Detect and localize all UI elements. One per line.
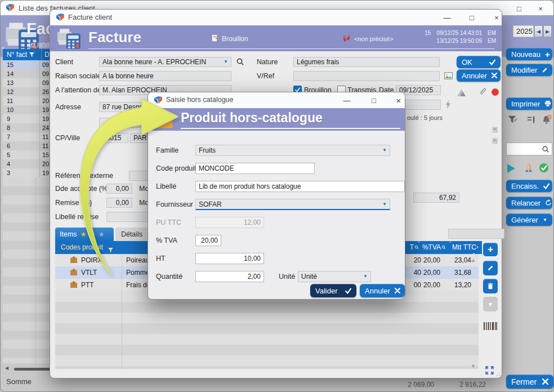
client-field[interactable]: Ala bonne heure - A. EPROCHEIN▼ <box>99 57 231 67</box>
chevron-down-icon[interactable]: ▼ <box>382 202 387 207</box>
barcode-icon[interactable] <box>484 322 497 333</box>
filter-funnel-icon[interactable] <box>29 52 34 57</box>
client-search-icon[interactable] <box>236 57 244 68</box>
hscroll-left-arrow-icon[interactable]: ◀ <box>5 366 8 371</box>
resize-grip[interactable] <box>494 371 500 376</box>
vref-field[interactable] <box>293 71 440 81</box>
invoice-header-band: Facture Brouillon <non précisé> 1509/12/… <box>50 25 502 51</box>
list-item[interactable]: 420 <box>3 159 57 168</box>
bell-icon[interactable] <box>541 114 552 127</box>
invoice-list-header[interactable]: N° fact D <box>3 49 57 60</box>
resize-grip[interactable] <box>546 384 552 390</box>
year-prev-button[interactable]: ◀ <box>534 25 543 37</box>
fournisseur-select[interactable]: SOFAR▼ <box>195 199 390 210</box>
validated-check-icon[interactable] <box>539 163 549 175</box>
nature-field[interactable]: Légumes frais <box>293 57 440 67</box>
dialog-title: Saisie hors catalogue <box>166 96 234 104</box>
filter-edit-icon[interactable] <box>507 114 518 127</box>
list-item[interactable]: 919 <box>3 114 57 123</box>
note-icon[interactable] <box>491 126 499 136</box>
chevron-down-icon[interactable]: ▼ <box>382 148 387 153</box>
dialog-close-button[interactable]: × <box>389 95 408 106</box>
pu-ttc-label: PU TTC <box>156 219 181 226</box>
year-next-button[interactable]: ▶ <box>543 25 552 37</box>
chevron-down-icon[interactable]: ▼ <box>363 274 368 279</box>
dialog-heading-underline <box>181 128 400 129</box>
tab-items[interactable]: Items ★ ★ ★ <box>55 228 114 241</box>
code-produit-field[interactable]: MONCODE <box>195 163 315 174</box>
list-item[interactable]: 1019 <box>3 105 57 114</box>
valider-button[interactable]: Valider <box>310 284 356 297</box>
invoice-minimize-button[interactable]: — <box>437 12 457 23</box>
list-item[interactable]: 319 <box>3 168 57 177</box>
acompte-field[interactable]: 0,00 <box>106 184 132 194</box>
table-filter-field[interactable] <box>448 229 504 239</box>
remise-field[interactable]: 0,00 <box>106 198 132 208</box>
add-item-button[interactable]: + <box>483 243 498 256</box>
raison-sociale-field[interactable]: A la bonne heure <box>99 71 231 81</box>
list-item[interactable]: 711 <box>3 132 57 141</box>
unite-select[interactable]: Unité▼ <box>298 271 371 282</box>
famille-select[interactable]: Fruits▼ <box>195 145 390 156</box>
resize-grip[interactable] <box>397 292 403 297</box>
paperclip-icon[interactable] <box>478 87 488 99</box>
status-badge: Brouillon <box>222 35 248 43</box>
libelle-field[interactable]: Lib de mon produit hors catalogue <box>195 181 405 192</box>
imprimer-button[interactable]: Imprimer <box>506 97 552 110</box>
ok-button[interactable]: OK <box>457 56 501 68</box>
outer-page-subtitle[interactable]: 1er janvie <box>28 41 52 47</box>
annuler-button[interactable]: Annuler <box>457 69 501 82</box>
move-down-button[interactable]: ▼ <box>483 297 498 311</box>
header-more-chevron-icon[interactable]: › <box>476 243 479 250</box>
outer-close-button[interactable]: × <box>531 3 550 14</box>
list-item[interactable]: 824 <box>3 123 57 132</box>
praying-hands-icon[interactable] <box>523 162 534 176</box>
record-dot-icon[interactable] <box>492 88 499 96</box>
generer-button[interactable]: Générer▼ <box>506 213 552 226</box>
quantite-field[interactable]: 2,00 <box>195 271 264 282</box>
codes-produit-header[interactable]: Codes produit <box>61 243 103 251</box>
list-item[interactable]: 611 <box>3 141 57 150</box>
scroll-up-icon[interactable]: ▲ <box>471 257 476 263</box>
edit-item-button[interactable] <box>483 261 498 275</box>
modifier-button[interactable]: Modifier <box>506 64 552 76</box>
vref-label: V/Ref <box>257 72 274 80</box>
invoice-rows: 1509 1409 1309 1226 1120 1019 919 824 71… <box>3 60 57 177</box>
relancer-button[interactable]: Relancer <box>506 197 552 209</box>
outer-maximize-button[interactable]: □ <box>510 3 529 14</box>
check-icon <box>345 288 351 294</box>
ht-field[interactable]: 10,00 <box>195 253 264 264</box>
chevron-down-icon[interactable]: ▼ <box>224 60 228 64</box>
lightning-icon <box>445 100 451 112</box>
list-item[interactable]: 515 <box>3 150 57 159</box>
play-icon[interactable] <box>507 164 515 173</box>
delete-item-button[interactable] <box>483 279 498 293</box>
invoice-maximize-button[interactable]: □ <box>462 12 481 23</box>
year-field[interactable]: 2025 <box>513 25 534 37</box>
list-item[interactable]: 1509 <box>3 60 57 69</box>
list-item[interactable]: 1409 <box>3 69 57 78</box>
tab-details[interactable]: Détails <box>115 228 148 241</box>
scroll-down-icon[interactable]: ▼ <box>471 363 476 369</box>
col-tva-header[interactable]: %TVA <box>420 243 446 251</box>
area-fill-icon[interactable] <box>457 88 466 99</box>
invoice-close-button[interactable]: × <box>487 12 506 23</box>
list-item[interactable]: 1226 <box>3 87 57 96</box>
note-icon[interactable] <box>491 137 499 148</box>
list-edit-icon[interactable] <box>526 115 537 127</box>
search-box[interactable] <box>506 142 552 155</box>
list-item[interactable]: 1309 <box>3 78 57 87</box>
expand-icon[interactable] <box>485 366 494 377</box>
dialog-maximize-button[interactable]: □ <box>364 95 383 106</box>
cp-field[interactable]: 75015 <box>99 133 128 143</box>
empty-rows-stripes <box>3 177 57 363</box>
dialog-minimize-button[interactable]: — <box>337 95 356 106</box>
unite-label: Unité <box>279 273 295 280</box>
list-item[interactable]: 1120 <box>3 96 57 105</box>
nouveau-button[interactable]: Nouveau+ <box>506 48 552 60</box>
image-icon[interactable] <box>444 72 453 82</box>
raison-sociale-label: Raison sociale <box>55 72 101 80</box>
tva-field[interactable]: 20,00 <box>195 235 221 246</box>
product-box-icon <box>70 256 78 265</box>
encaisser-button[interactable]: Encaiss. <box>506 180 552 192</box>
